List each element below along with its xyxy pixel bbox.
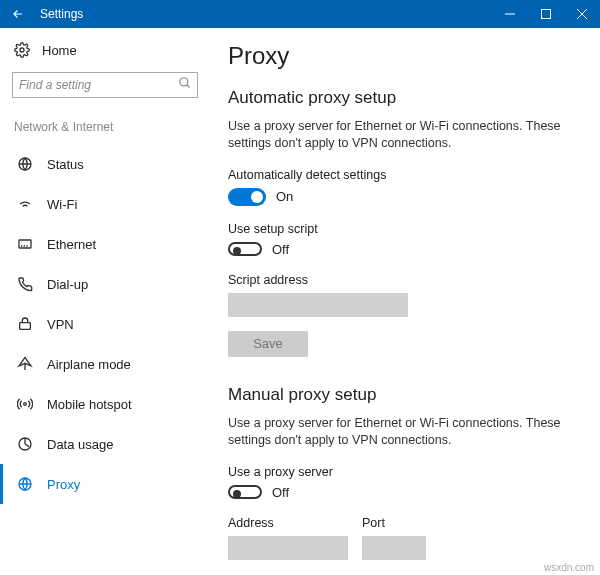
script-address-input[interactable] [228, 293, 408, 317]
sidebar-item-proxy[interactable]: Proxy [0, 464, 198, 504]
gear-icon [14, 42, 30, 58]
svg-rect-9 [20, 323, 31, 330]
sidebar-item-dialup[interactable]: Dial-up [0, 264, 198, 304]
svg-point-10 [24, 403, 27, 406]
port-input[interactable] [362, 536, 426, 560]
sidebar-item-status[interactable]: Status [0, 144, 198, 184]
useproxy-label: Use a proxy server [228, 465, 582, 479]
svg-point-4 [20, 48, 24, 52]
svg-line-6 [187, 85, 190, 88]
sidebar-item-airplane[interactable]: Airplane mode [0, 344, 198, 384]
globe-icon [17, 476, 33, 492]
auto-heading: Automatic proxy setup [228, 88, 582, 108]
svg-rect-1 [542, 10, 551, 19]
sidebar: Home Network & Internet Status Wi-Fi Eth… [0, 28, 210, 575]
save-button[interactable]: Save [228, 331, 308, 357]
sidebar-item-label: Dial-up [47, 277, 88, 292]
script-toggle[interactable] [228, 242, 262, 256]
window-title: Settings [36, 7, 492, 21]
useproxy-toggle[interactable] [228, 485, 262, 499]
sidebar-item-label: Ethernet [47, 237, 96, 252]
close-button[interactable] [564, 0, 600, 28]
port-label: Port [362, 516, 426, 530]
sidebar-item-label: Data usage [47, 437, 114, 452]
main-panel: Proxy Automatic proxy setup Use a proxy … [210, 28, 600, 575]
script-address-label: Script address [228, 273, 582, 287]
detect-label: Automatically detect settings [228, 168, 582, 182]
watermark: wsxdn.com [544, 562, 594, 573]
manual-heading: Manual proxy setup [228, 385, 582, 405]
auto-description: Use a proxy server for Ethernet or Wi-Fi… [228, 118, 582, 152]
hotspot-icon [17, 396, 33, 412]
data-icon [17, 436, 33, 452]
sidebar-item-data[interactable]: Data usage [0, 424, 198, 464]
sidebar-item-label: Status [47, 157, 84, 172]
home-label: Home [42, 43, 77, 58]
airplane-icon [17, 356, 33, 372]
wifi-icon [17, 196, 33, 212]
search-input[interactable] [12, 72, 198, 98]
sidebar-item-ethernet[interactable]: Ethernet [0, 224, 198, 264]
svg-rect-8 [19, 240, 31, 248]
minimize-button[interactable] [492, 0, 528, 28]
back-button[interactable] [0, 0, 36, 28]
svg-point-5 [180, 78, 188, 86]
sidebar-item-label: VPN [47, 317, 74, 332]
detect-toggle[interactable] [228, 188, 266, 206]
ethernet-icon [17, 236, 33, 252]
sidebar-item-label: Proxy [47, 477, 80, 492]
address-input[interactable] [228, 536, 348, 560]
sidebar-item-label: Mobile hotspot [47, 397, 132, 412]
maximize-button[interactable] [528, 0, 564, 28]
useproxy-state: Off [272, 485, 289, 500]
script-state: Off [272, 242, 289, 257]
address-label: Address [228, 516, 348, 530]
category-label: Network & Internet [12, 120, 198, 134]
sidebar-item-wifi[interactable]: Wi-Fi [0, 184, 198, 224]
dialup-icon [17, 276, 33, 292]
sidebar-item-label: Airplane mode [47, 357, 131, 372]
title-bar: Settings [0, 0, 600, 28]
status-icon [17, 156, 33, 172]
sidebar-item-label: Wi-Fi [47, 197, 77, 212]
vpn-icon [17, 316, 33, 332]
sidebar-item-vpn[interactable]: VPN [0, 304, 198, 344]
detect-state: On [276, 189, 293, 204]
home-button[interactable]: Home [12, 42, 198, 58]
manual-description: Use a proxy server for Ethernet or Wi-Fi… [228, 415, 582, 449]
script-label: Use setup script [228, 222, 582, 236]
search-icon [178, 76, 192, 90]
page-title: Proxy [228, 42, 582, 70]
sidebar-item-hotspot[interactable]: Mobile hotspot [0, 384, 198, 424]
